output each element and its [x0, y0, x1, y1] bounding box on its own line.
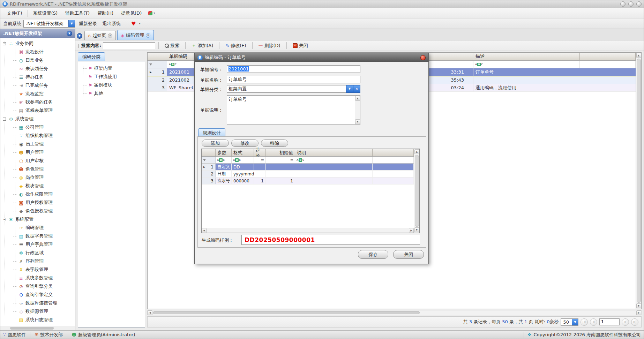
- rule-row[interactable]: ▸1自定义DD: [202, 164, 414, 171]
- sidebar-item-my-tasks[interactable]: ☛我参与的任务: [0, 98, 75, 106]
- maximize-button[interactable]: [628, 1, 634, 7]
- system-select[interactable]: .NET敏捷开发框架 ▼: [23, 20, 75, 28]
- logout-button[interactable]: 退出系统: [101, 20, 122, 28]
- add-button[interactable]: ＋ 添加(A): [189, 42, 216, 50]
- next-page-button[interactable]: >: [622, 318, 629, 326]
- minimize-button[interactable]: [620, 1, 626, 7]
- first-page-button[interactable]: |<: [581, 318, 588, 326]
- menu-item[interactable]: 提意见(D): [117, 9, 145, 18]
- sidebar-item-process-form[interactable]: ▤流程表单管理: [0, 106, 75, 115]
- sidebar-item-company-management[interactable]: ▦公司管理: [0, 123, 75, 131]
- sidebar-item-todo-tasks[interactable]: ☰待办任务: [0, 73, 75, 81]
- filter-cell[interactable]: [202, 157, 216, 163]
- textarea-scrollbar[interactable]: ▲ ▼: [355, 96, 360, 125]
- sidebar-item-role-authorization[interactable]: ◆角色授权管理: [0, 207, 75, 215]
- scroll-left-icon[interactable]: ◀: [148, 310, 152, 315]
- sidebar-item-system-management[interactable]: −⚙系统管理: [0, 115, 75, 123]
- collapse-icon[interactable]: −: [3, 118, 6, 121]
- column-header-param[interactable]: 参数: [216, 149, 232, 156]
- scroll-down-icon[interactable]: ▼: [414, 227, 419, 232]
- edit-button[interactable]: ✎ 修改(E): [223, 42, 249, 50]
- menu-item[interactable]: 文件(F): [3, 9, 26, 18]
- delete-button[interactable]: — 删除(D): [256, 42, 283, 50]
- category-field[interactable]: 框架内置 ▼ ✕: [227, 85, 360, 93]
- tab-close-icon[interactable]: ✕: [146, 33, 150, 38]
- filter-cell[interactable]: ABC: [232, 157, 254, 163]
- sidebar-item-sequence-management[interactable]: ✗序列管理: [0, 257, 75, 265]
- tab-home[interactable]: ⌂ 起始页 ✕: [84, 31, 116, 40]
- column-header-init[interactable]: 初始值: [266, 149, 295, 156]
- collapse-icon[interactable]: −: [3, 42, 6, 45]
- sidebar-item-system-log[interactable]: ▤系统日志管理: [0, 316, 75, 324]
- sidebar-item-unclaimed-tasks[interactable]: ∾未认领任务: [0, 65, 75, 73]
- sidebar-item-process-design[interactable]: ⌘流程设计: [0, 48, 75, 56]
- column-header-step[interactable]: 步长: [254, 149, 266, 156]
- save-button[interactable]: 保存: [358, 250, 388, 259]
- filter-cell[interactable]: =: [254, 157, 266, 163]
- rule-design-tab[interactable]: 规则设计: [198, 128, 225, 137]
- sidebar-item-user-authorization[interactable]: ◙用户授权管理: [0, 198, 75, 207]
- sidebar-item-user-dictionary[interactable]: ☰用户字典管理: [0, 240, 75, 249]
- scroll-right-icon[interactable]: ▶: [636, 310, 641, 315]
- scroll-up-icon[interactable]: ▲: [636, 53, 641, 58]
- sidebar-item-table-field-management[interactable]: ✗表字段管理: [0, 265, 75, 274]
- clear-icon[interactable]: ✕: [353, 85, 360, 93]
- sidebar-item-collaboration[interactable]: −∴业务协同: [0, 39, 75, 48]
- sidebar-item-region-management[interactable]: ✻行政区域: [0, 249, 75, 257]
- filter-cell[interactable]: ABC: [295, 157, 373, 163]
- favorite-dropdown-arrow[interactable]: ▾: [139, 22, 140, 25]
- favorite-icon[interactable]: ♥: [131, 21, 136, 27]
- menu-item[interactable]: 系统设置(S): [29, 9, 61, 18]
- sidebar-item-query-engine-category[interactable]: ⊘查询引擎分类: [0, 282, 75, 291]
- search-button[interactable]: 搜索: [162, 42, 182, 50]
- column-header-note[interactable]: 说明: [295, 149, 373, 156]
- menu-item[interactable]: 帮助(H): [93, 9, 117, 18]
- dialog-close-footer-button[interactable]: 关闭: [393, 250, 424, 259]
- search-input[interactable]: [103, 42, 155, 49]
- dialog-close-button[interactable]: [420, 55, 426, 60]
- scrollbar-thumb[interactable]: [415, 155, 419, 227]
- column-header-format[interactable]: 格式: [232, 149, 254, 156]
- rule-grid-vertical-scrollbar[interactable]: ▲ ▼: [414, 149, 419, 233]
- sidebar-item-db-connection[interactable]: ∞数据库连接管理: [0, 299, 75, 307]
- scrollbar-thumb[interactable]: [637, 59, 641, 303]
- rule-edit-button[interactable]: 修改: [231, 140, 259, 147]
- close-button[interactable]: [636, 1, 642, 7]
- chevron-down-icon[interactable]: ▼: [68, 20, 75, 27]
- sidebar-item-role-management[interactable]: ☻角色管理: [0, 165, 75, 173]
- scrollbar-thumb[interactable]: [10, 327, 54, 330]
- category-item[interactable]: ⚑其他: [78, 89, 145, 98]
- sidebar-collapse-button[interactable]: ▼: [67, 31, 72, 36]
- rule-row[interactable]: 2日期yyyymmdd: [202, 171, 414, 178]
- filter-cell[interactable]: ABC: [216, 157, 232, 163]
- last-page-button[interactable]: >|: [631, 318, 638, 326]
- scroll-up-icon[interactable]: ▲: [355, 96, 360, 101]
- rule-grid-horizontal-scrollbar[interactable]: ◀ ▶: [202, 228, 414, 233]
- sidebar-item-system-config[interactable]: −✱系统配置: [0, 215, 75, 224]
- sidebar-item-post-management[interactable]: ◎岗位管理: [0, 173, 75, 182]
- close-tab-button[interactable]: ✕ 关闭: [290, 42, 311, 50]
- scroll-up-icon[interactable]: ▲: [414, 149, 419, 154]
- scroll-right-icon[interactable]: ▶: [409, 228, 414, 233]
- filter-cell[interactable]: ABC: [473, 61, 580, 68]
- sidebar-item-daily-business[interactable]: ◷日常业务: [0, 56, 75, 65]
- category-item[interactable]: ⚑案例模块: [78, 81, 145, 89]
- sidebar-item-query-engine-define[interactable]: Q查询引擎定义: [0, 291, 75, 299]
- rule-remove-button[interactable]: 移除: [261, 140, 288, 147]
- rule-row[interactable]: 3流水号00000011: [202, 178, 414, 184]
- category-tab[interactable]: 编码分类: [78, 52, 105, 61]
- theme-dropdown-arrow[interactable]: ▾: [153, 12, 155, 15]
- tab-close-icon[interactable]: ✕: [108, 33, 112, 38]
- category-item[interactable]: ⚑工作流使用: [78, 73, 145, 81]
- grid-horizontal-scrollbar[interactable]: ◀ ▶: [147, 310, 642, 315]
- page-number-input[interactable]: [599, 318, 620, 325]
- rule-add-button[interactable]: 添加: [202, 140, 229, 147]
- menu-item[interactable]: 辅助工具(T): [61, 9, 93, 18]
- sidebar-item-data-dictionary[interactable]: ▤数据字典管理: [0, 232, 75, 240]
- description-field[interactable]: 订单单号 ▲ ▼: [227, 95, 360, 125]
- sidebar-item-permission-management[interactable]: ◐操作权限管理: [0, 190, 75, 198]
- grid-vertical-scrollbar[interactable]: ▲ ▼: [636, 53, 641, 309]
- tab-code-management[interactable]: ◈ 编码管理 ✕: [117, 30, 154, 40]
- sidebar-item-user-audit[interactable]: ○用户审核: [0, 157, 75, 165]
- collapse-icon[interactable]: −: [3, 218, 6, 221]
